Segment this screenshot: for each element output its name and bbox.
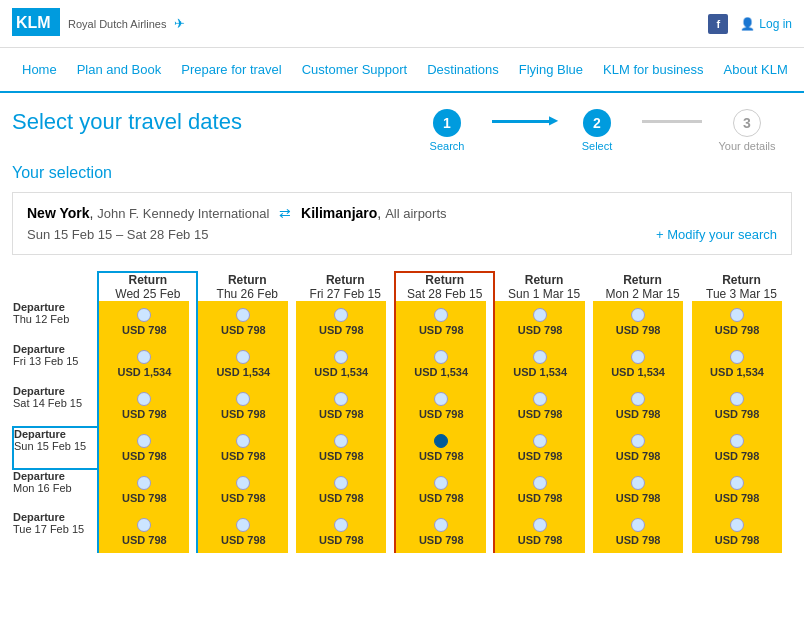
price-button-r4-c1[interactable]: USD 798 xyxy=(198,469,288,511)
price-button-r1-c4[interactable]: USD 1,534 xyxy=(495,343,585,385)
price-cell-r2-c0[interactable]: USD 798 xyxy=(98,385,197,427)
col-header-6: ReturnTue 3 Mar 15 xyxy=(692,272,791,301)
price-button-r0-c5[interactable]: USD 798 xyxy=(593,301,683,343)
price-button-r5-c5[interactable]: USD 798 xyxy=(593,511,683,553)
price-cell-r1-c5[interactable]: USD 1,534 xyxy=(593,343,692,385)
price-cell-r3-c4[interactable]: USD 798 xyxy=(494,427,593,469)
price-cell-r4-c6[interactable]: USD 798 xyxy=(692,469,791,511)
price-cell-r4-c2[interactable]: USD 798 xyxy=(296,469,395,511)
price-button-r0-c0[interactable]: USD 798 xyxy=(99,301,189,343)
nav-destinations[interactable]: Destinations xyxy=(417,48,509,91)
price-cell-r0-c0[interactable]: USD 798 xyxy=(98,301,197,343)
price-button-r4-c0[interactable]: USD 798 xyxy=(99,469,189,511)
price-button-r4-c2[interactable]: USD 798 xyxy=(296,469,386,511)
price-cell-r2-c1[interactable]: USD 798 xyxy=(197,385,296,427)
price-button-r2-c6[interactable]: USD 798 xyxy=(692,385,782,427)
facebook-icon[interactable]: f xyxy=(708,14,728,34)
price-cell-r4-c4[interactable]: USD 798 xyxy=(494,469,593,511)
price-cell-r5-c1[interactable]: USD 798 xyxy=(197,511,296,553)
price-button-r4-c6[interactable]: USD 798 xyxy=(692,469,782,511)
price-button-r2-c1[interactable]: USD 798 xyxy=(198,385,288,427)
price-cell-r0-c2[interactable]: USD 798 xyxy=(296,301,395,343)
price-button-r2-c5[interactable]: USD 798 xyxy=(593,385,683,427)
price-cell-r3-c5[interactable]: USD 798 xyxy=(593,427,692,469)
price-button-r1-c1[interactable]: USD 1,534 xyxy=(198,343,288,385)
price-cell-r2-c4[interactable]: USD 798 xyxy=(494,385,593,427)
price-cell-r3-c3[interactable]: USD 798 xyxy=(395,427,494,469)
price-button-r0-c6[interactable]: USD 798 xyxy=(692,301,782,343)
login-link[interactable]: 👤 Log in xyxy=(740,17,792,31)
nav-support[interactable]: Customer Support xyxy=(292,48,418,91)
price-cell-r3-c0[interactable]: USD 798 xyxy=(98,427,197,469)
price-cell-r1-c0[interactable]: USD 1,534 xyxy=(98,343,197,385)
price-cell-r5-c3[interactable]: USD 798 xyxy=(395,511,494,553)
price-cell-r1-c3[interactable]: USD 1,534 xyxy=(395,343,494,385)
price-cell-r5-c4[interactable]: USD 798 xyxy=(494,511,593,553)
price-cell-r0-c6[interactable]: USD 798 xyxy=(692,301,791,343)
price-button-r5-c6[interactable]: USD 798 xyxy=(692,511,782,553)
price-cell-r1-c6[interactable]: USD 1,534 xyxy=(692,343,791,385)
price-button-r4-c5[interactable]: USD 798 xyxy=(593,469,683,511)
price-button-r2-c2[interactable]: USD 798 xyxy=(296,385,386,427)
nav-for-business[interactable]: KLM for business xyxy=(593,48,713,91)
price-button-r3-c2[interactable]: USD 798 xyxy=(296,427,386,469)
nav-flying-blue[interactable]: Flying Blue xyxy=(509,48,593,91)
dest-airport: All airports xyxy=(385,206,446,221)
price-button-r1-c6[interactable]: USD 1,534 xyxy=(692,343,782,385)
price-button-r3-c0[interactable]: USD 798 xyxy=(99,427,189,469)
price-button-r3-c1[interactable]: USD 798 xyxy=(198,427,288,469)
nav-prepare[interactable]: Prepare for travel xyxy=(171,48,291,91)
price-button-r5-c3[interactable]: USD 798 xyxy=(396,511,486,553)
price-button-r0-c1[interactable]: USD 798 xyxy=(198,301,288,343)
price-button-r4-c3[interactable]: USD 798 xyxy=(396,469,486,511)
price-cell-r5-c2[interactable]: USD 798 xyxy=(296,511,395,553)
price-cell-r4-c1[interactable]: USD 798 xyxy=(197,469,296,511)
price-button-r1-c3[interactable]: USD 1,534 xyxy=(396,343,486,385)
price-button-r1-c0[interactable]: USD 1,534 xyxy=(99,343,189,385)
price-cell-r5-c5[interactable]: USD 798 xyxy=(593,511,692,553)
price-cell-r2-c6[interactable]: USD 798 xyxy=(692,385,791,427)
price-cell-r0-c5[interactable]: USD 798 xyxy=(593,301,692,343)
step-1-label: Search xyxy=(430,140,465,152)
price-button-r2-c4[interactable]: USD 798 xyxy=(495,385,585,427)
price-cell-r0-c3[interactable]: USD 798 xyxy=(395,301,494,343)
price-cell-r3-c1[interactable]: USD 798 xyxy=(197,427,296,469)
price-cell-r5-c0[interactable]: USD 798 xyxy=(98,511,197,553)
nav-plan-book[interactable]: Plan and Book xyxy=(67,48,172,91)
price-cell-r2-c3[interactable]: USD 798 xyxy=(395,385,494,427)
price-button-r1-c5[interactable]: USD 1,534 xyxy=(593,343,683,385)
price-button-r3-c3[interactable]: USD 798 xyxy=(396,427,486,469)
price-cell-r4-c3[interactable]: USD 798 xyxy=(395,469,494,511)
price-button-r5-c2[interactable]: USD 798 xyxy=(296,511,386,553)
price-cell-r3-c2[interactable]: USD 798 xyxy=(296,427,395,469)
price-cell-r2-c5[interactable]: USD 798 xyxy=(593,385,692,427)
price-cell-r4-c0[interactable]: USD 798 xyxy=(98,469,197,511)
price-button-r1-c2[interactable]: USD 1,534 xyxy=(296,343,386,385)
nav-home[interactable]: Home xyxy=(12,48,67,91)
price-cell-r3-c6[interactable]: USD 798 xyxy=(692,427,791,469)
price-button-r2-c0[interactable]: USD 798 xyxy=(99,385,189,427)
price-button-r3-c4[interactable]: USD 798 xyxy=(495,427,585,469)
calendar-table: ReturnWed 25 FebReturnThu 26 FebReturnFr… xyxy=(12,271,792,553)
price-cell-r1-c4[interactable]: USD 1,534 xyxy=(494,343,593,385)
price-button-r5-c4[interactable]: USD 798 xyxy=(495,511,585,553)
modify-search-link[interactable]: Modify your search xyxy=(656,227,777,242)
price-button-r0-c4[interactable]: USD 798 xyxy=(495,301,585,343)
price-cell-r1-c1[interactable]: USD 1,534 xyxy=(197,343,296,385)
price-cell-r4-c5[interactable]: USD 798 xyxy=(593,469,692,511)
price-button-r2-c3[interactable]: USD 798 xyxy=(396,385,486,427)
price-button-r5-c0[interactable]: USD 798 xyxy=(99,511,189,553)
price-cell-r0-c1[interactable]: USD 798 xyxy=(197,301,296,343)
price-button-r4-c4[interactable]: USD 798 xyxy=(495,469,585,511)
nav-about[interactable]: About KLM xyxy=(714,48,798,91)
price-button-r3-c6[interactable]: USD 798 xyxy=(692,427,782,469)
price-button-r5-c1[interactable]: USD 798 xyxy=(198,511,288,553)
price-cell-r1-c2[interactable]: USD 1,534 xyxy=(296,343,395,385)
price-cell-r2-c2[interactable]: USD 798 xyxy=(296,385,395,427)
price-cell-r5-c6[interactable]: USD 798 xyxy=(692,511,791,553)
klm-logo: KLM xyxy=(12,8,60,39)
price-button-r3-c5[interactable]: USD 798 xyxy=(593,427,683,469)
price-button-r0-c2[interactable]: USD 798 xyxy=(296,301,386,343)
price-cell-r0-c4[interactable]: USD 798 xyxy=(494,301,593,343)
price-button-r0-c3[interactable]: USD 798 xyxy=(396,301,486,343)
